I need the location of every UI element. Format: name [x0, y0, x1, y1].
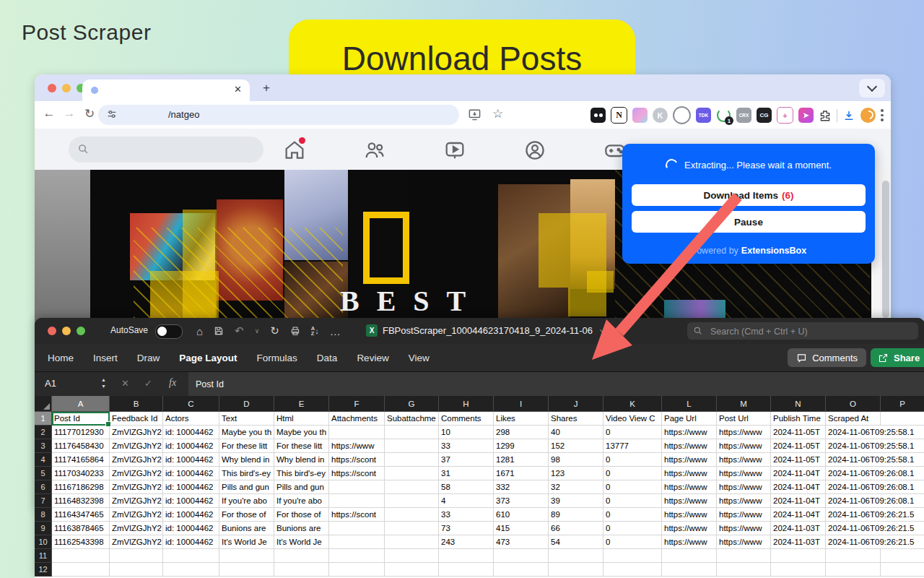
cell-F6[interactable] [329, 480, 385, 494]
cell-E11[interactable] [274, 549, 329, 563]
cell-F4[interactable]: https://scont [329, 453, 385, 467]
cell-F3[interactable]: https://www [329, 439, 385, 453]
cell-L4[interactable]: https://www [662, 453, 717, 467]
cell-B1[interactable]: Feedback Id [110, 412, 163, 426]
window-add-extension-icon[interactable]: + [777, 107, 793, 124]
redo-icon[interactable]: ↻ [270, 324, 279, 337]
cell-O6[interactable]: 2024-11-06T09:26:08.1 [826, 480, 924, 494]
cell-I2[interactable]: 298 [494, 426, 549, 439]
cell-C9[interactable]: id: 10004462 [163, 522, 219, 535]
cell-H4[interactable]: 37 [439, 453, 494, 467]
column-header-F[interactable]: F [329, 396, 385, 412]
palette-extension-icon[interactable] [632, 108, 648, 123]
cell-A3[interactable]: 11176458430 [52, 439, 110, 453]
bookmark-star-icon[interactable]: ☆ [492, 106, 503, 121]
ribbon-tab-data[interactable]: Data [317, 353, 338, 363]
cell-H12[interactable] [439, 563, 494, 577]
cell-E12[interactable] [274, 563, 329, 577]
cell-M12[interactable] [717, 563, 771, 577]
cell-I5[interactable]: 1671 [494, 467, 549, 480]
cell-P1[interactable] [881, 412, 924, 426]
cell-O1[interactable]: Scraped At [826, 412, 881, 426]
cell-C1[interactable]: Actors [163, 412, 219, 426]
more-commands-icon[interactable]: … [330, 325, 341, 337]
cell-N7[interactable]: 2024-11-04T [771, 494, 826, 508]
cell-J7[interactable]: 39 [549, 494, 603, 508]
cell-N6[interactable]: 2024-11-04T [771, 480, 826, 494]
column-header-H[interactable]: H [439, 396, 494, 412]
tdk-extension-icon[interactable]: TDK [696, 108, 711, 123]
cell-C7[interactable]: id: 10004462 [163, 494, 219, 508]
cell-I9[interactable]: 415 [494, 522, 549, 535]
back-button[interactable]: ← [40, 106, 58, 121]
cell-G7[interactable] [385, 494, 439, 508]
cell-O7[interactable]: 2024-11-06T09:26:08.1 [826, 494, 924, 508]
cell-H2[interactable]: 10 [439, 426, 494, 439]
column-header-I[interactable]: I [494, 396, 549, 412]
cell-I4[interactable]: 1281 [494, 453, 549, 467]
cell-D1[interactable]: Text [219, 412, 274, 426]
cell-M4[interactable]: https://www [717, 453, 771, 467]
cell-C12[interactable] [163, 563, 219, 577]
row-header-7[interactable]: 7 [35, 494, 52, 508]
column-header-O[interactable]: O [826, 396, 881, 412]
cell-D12[interactable] [219, 563, 274, 577]
address-bar[interactable]: /natgeo [98, 105, 459, 125]
cell-O3[interactable]: 2024-11-06T09:25:58.1 [826, 439, 924, 453]
zoom-window-button[interactable] [77, 327, 85, 335]
cell-J2[interactable]: 40 [549, 426, 603, 439]
cell-B3[interactable]: ZmVlZGJhY2 [110, 439, 163, 453]
cell-L2[interactable]: https://www [662, 426, 717, 439]
minimize-window-button[interactable] [62, 84, 71, 92]
cell-O9[interactable]: 2024-11-06T09:26:21.5 [826, 522, 924, 535]
cell-I1[interactable]: Likes [494, 412, 549, 426]
cell-K4[interactable]: 0 [603, 453, 662, 467]
k-extension-icon[interactable]: K [653, 108, 668, 123]
cell-G11[interactable] [385, 549, 439, 563]
cell-M11[interactable] [717, 549, 771, 563]
cell-L5[interactable]: https://www [662, 467, 717, 480]
cell-M6[interactable]: https://www [717, 480, 771, 494]
cell-B6[interactable]: ZmVlZGJhY2 [110, 480, 163, 494]
select-all-corner[interactable] [35, 396, 52, 412]
cell-O10[interactable]: 2024-11-06T09:26:21.5 [826, 535, 924, 549]
cell-L3[interactable]: https://www [662, 439, 717, 453]
row-header-1[interactable]: 1 [35, 412, 52, 426]
cell-K10[interactable]: 0 [603, 535, 662, 549]
cell-F5[interactable]: https://scont [329, 467, 385, 480]
power-extension-icon[interactable]: 1 [716, 108, 731, 123]
cell-I11[interactable] [494, 549, 549, 563]
cell-K11[interactable] [603, 549, 662, 563]
cell-O5[interactable]: 2024-11-06T09:26:08.1 [826, 467, 924, 480]
undo-chevron-icon[interactable]: ∨ [255, 327, 260, 335]
cell-G3[interactable] [385, 439, 439, 453]
forward-button[interactable]: → [61, 106, 78, 121]
name-box[interactable]: A1 [45, 378, 56, 389]
autosave-toggle[interactable] [155, 324, 183, 339]
cell-K7[interactable]: 0 [603, 494, 662, 508]
document-title[interactable]: FBPostScraper_100044623170418_9_2024-11-… [383, 325, 606, 336]
cell-E4[interactable]: Why blend in [274, 453, 329, 467]
cell-E3[interactable]: For these litt [274, 439, 329, 453]
circle-extension-icon[interactable] [673, 106, 691, 124]
ribbon-tab-draw[interactable]: Draw [137, 353, 160, 363]
cell-H11[interactable] [439, 549, 494, 563]
column-header-L[interactable]: L [662, 396, 717, 412]
cell-O2[interactable]: 2024-11-06T09:25:58.1 [826, 426, 924, 439]
row-header-8[interactable]: 8 [35, 508, 52, 522]
ribbon-tab-view[interactable]: View [409, 353, 430, 363]
cell-N9[interactable]: 2024-11-03T [771, 522, 826, 535]
cell-I6[interactable]: 332 [494, 480, 549, 494]
cell-O11[interactable] [826, 549, 881, 563]
cell-H7[interactable]: 4 [439, 494, 494, 508]
cell-L10[interactable]: https://www [662, 535, 717, 549]
cell-M3[interactable]: https://www [717, 439, 771, 453]
cell-C6[interactable]: id: 10004462 [163, 480, 219, 494]
cell-L8[interactable]: https://www [662, 508, 717, 522]
cell-N11[interactable] [771, 549, 826, 563]
cell-M7[interactable]: https://www [717, 494, 771, 508]
cell-H6[interactable]: 58 [439, 480, 494, 494]
cell-K5[interactable]: 0 [603, 467, 662, 480]
ribbon-tab-review[interactable]: Review [357, 353, 388, 363]
cell-I8[interactable]: 610 [494, 508, 549, 522]
